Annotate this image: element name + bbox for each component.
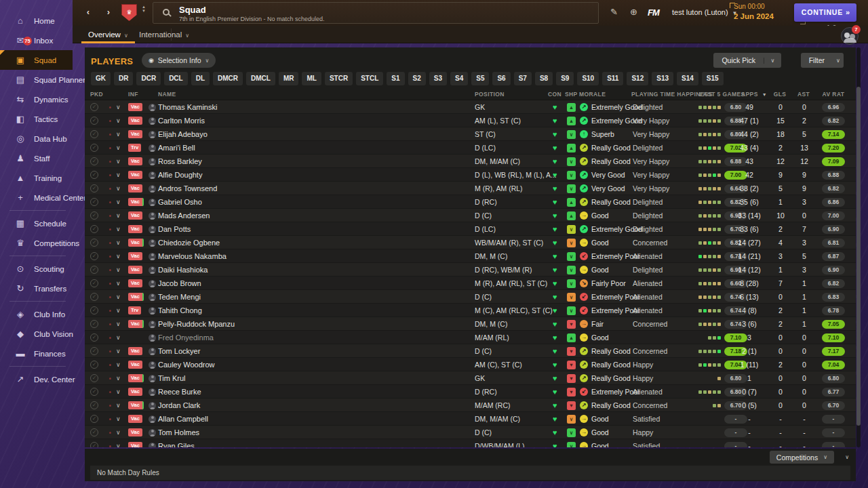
player-name[interactable]: Jordan Clark xyxy=(158,399,200,412)
table-row[interactable]: ✓∨VacAllan CampbellDM, M/AM (C)♥∨→GoodSa… xyxy=(85,412,856,426)
player-name[interactable]: Mads Andersen xyxy=(158,209,210,222)
column-header-con[interactable]: CON xyxy=(548,91,561,98)
column-header-morale[interactable]: MORALE xyxy=(579,91,606,98)
player-name[interactable]: Ross Barkley xyxy=(158,155,202,168)
column-header-inf[interactable]: INF xyxy=(128,91,138,98)
info-cell[interactable]: Vac xyxy=(128,317,144,331)
info-cell[interactable]: Vac xyxy=(128,439,142,447)
player-name[interactable]: Tom Lockyer xyxy=(158,344,200,358)
info-cell[interactable]: Vac xyxy=(128,100,142,114)
table-row[interactable]: ✓∨VacMarvelous NakambaDM, M (C)♥∨↙Extrem… xyxy=(85,249,856,263)
table-row[interactable]: ✓∨VacDan PottsD (LC)♥∨↗Extremely GoodDel… xyxy=(85,222,856,236)
table-row[interactable]: ✓∨VacJacob BrownM (R), AM (RL), ST (C)♥∨… xyxy=(85,277,856,290)
pkd-cell[interactable]: ✓ xyxy=(90,331,98,344)
row-expand-chevron-icon[interactable]: ∨ xyxy=(116,290,121,304)
pkd-cell[interactable]: ✓ xyxy=(90,168,98,182)
info-cell[interactable]: Vac xyxy=(128,344,142,358)
player-name[interactable]: Tom Holmes xyxy=(158,426,199,439)
position-filter-gk[interactable]: GK xyxy=(91,72,111,85)
position-filter-dcr[interactable]: DCR xyxy=(136,72,161,85)
edit-pencil-icon[interactable]: ✎ xyxy=(610,7,618,17)
pkd-cell[interactable]: ✓ xyxy=(90,317,98,331)
row-expand-chevron-icon[interactable]: ∨ xyxy=(116,100,121,114)
table-row[interactable]: ✓∨VacAlfie DoughtyD (L), WB (RL), M (L),… xyxy=(85,168,856,182)
row-expand-chevron-icon[interactable]: ∨ xyxy=(116,412,121,426)
info-cell[interactable]: Trv xyxy=(128,141,141,155)
player-name[interactable]: Daiki Hashioka xyxy=(158,263,208,277)
player-name[interactable]: Marvelous Nakamba xyxy=(158,249,226,263)
row-expand-chevron-icon[interactable]: ∨ xyxy=(116,209,121,222)
pkd-cell[interactable]: ✓ xyxy=(90,182,98,195)
sidebar-item-dev-center[interactable]: ↗Dev. Center xyxy=(0,369,73,389)
selection-info-dropdown[interactable]: ◉ Selection Info ∨ xyxy=(142,53,216,68)
column-header-last-5-games[interactable]: LAST 5 GAMES xyxy=(699,91,745,98)
table-row[interactable]: ✓∨VacRyan GilesD/WB/M/AM (L)♥∨→GoodSatis… xyxy=(85,439,856,447)
position-filter-s13[interactable]: S13 xyxy=(652,72,673,85)
sidebar-item-medical-center[interactable]: +Medical Center xyxy=(0,188,73,207)
info-cell[interactable]: Vac xyxy=(128,182,142,195)
title-search-box[interactable]: Squad 7th in English Premier Division - … xyxy=(153,2,599,24)
table-row[interactable]: ✓∨VacRoss BarkleyDM, M/AM (C)♥∨↗Really G… xyxy=(85,155,856,168)
player-name[interactable]: Alfie Doughty xyxy=(158,168,202,182)
forward-button[interactable]: › xyxy=(102,5,115,19)
position-filter-s15[interactable]: S15 xyxy=(702,72,724,85)
table-row[interactable]: ✓∨VacPelly-Ruddock MpanzuDM, M (C)♥▼→Fai… xyxy=(85,317,856,331)
back-button[interactable]: ‹ xyxy=(81,5,95,19)
position-filter-dmcl[interactable]: DMCL xyxy=(246,72,275,85)
pkd-cell[interactable]: ✓ xyxy=(90,426,98,439)
row-expand-chevron-icon[interactable]: ∨ xyxy=(116,317,121,331)
player-name[interactable]: Elijah Adebayo xyxy=(158,127,208,141)
sidebar-item-tactics[interactable]: ◧Tactics xyxy=(0,109,73,129)
pkd-cell[interactable]: ✓ xyxy=(90,412,98,426)
player-name[interactable]: Teden Mengi xyxy=(158,290,201,304)
pkd-cell[interactable]: ✓ xyxy=(90,114,98,127)
info-cell[interactable]: Vac xyxy=(128,263,142,277)
position-filter-s10[interactable]: S10 xyxy=(577,72,599,85)
sidebar-item-club-vision[interactable]: ◆Club Vision xyxy=(0,324,73,344)
pkd-cell[interactable]: ✓ xyxy=(90,141,98,155)
position-filter-dl[interactable]: DL xyxy=(191,72,210,85)
sidebar-item-data-hub[interactable]: ◎Data Hub xyxy=(0,129,73,148)
column-header-ast[interactable]: AST xyxy=(789,91,818,98)
player-name[interactable]: Jacob Brown xyxy=(158,277,201,290)
player-name[interactable]: Allan Campbell xyxy=(158,412,208,426)
row-expand-chevron-icon[interactable]: ∨ xyxy=(116,399,121,412)
info-cell[interactable]: Vac xyxy=(128,249,142,263)
pkd-cell[interactable]: ✓ xyxy=(90,439,98,447)
info-cell[interactable]: Vac xyxy=(128,290,144,304)
continue-button[interactable]: CONTINUE» xyxy=(794,3,856,22)
position-filter-dcl[interactable]: DCL xyxy=(164,72,188,85)
table-row[interactable]: ✓∨VacAndros TownsendM (R), AM (RL)♥∨↗Ver… xyxy=(85,182,856,195)
row-expand-chevron-icon[interactable]: ∨ xyxy=(116,358,121,371)
info-cell[interactable]: Vac xyxy=(128,399,144,412)
table-row[interactable]: ✓∨VacChiedozie OgbeneWB/M/AM (R), ST (C)… xyxy=(85,236,856,249)
column-header-shp[interactable]: SHP xyxy=(565,91,578,98)
table-row[interactable]: ✓∨VacMads AndersenD (C)♥▲→GoodDelighted6… xyxy=(85,209,856,222)
row-expand-chevron-icon[interactable]: ∨ xyxy=(116,426,121,439)
sidebar-item-scouting[interactable]: ⊙Scouting xyxy=(0,259,73,279)
world-icon[interactable]: ⊕ xyxy=(630,7,637,17)
player-name[interactable]: Gabriel Osho xyxy=(158,195,202,209)
player-name[interactable]: Cauley Woodrow xyxy=(158,358,215,371)
pkd-cell[interactable]: ✓ xyxy=(90,277,98,290)
filter-button[interactable]: Filter ∨ xyxy=(801,53,844,68)
position-filter-s7[interactable]: S7 xyxy=(514,72,532,85)
sidebar-item-competitions[interactable]: ♛Competitions xyxy=(0,233,73,253)
player-name[interactable]: Chiedozie Ogbene xyxy=(158,236,220,249)
info-cell[interactable]: Vac xyxy=(128,236,144,249)
row-expand-chevron-icon[interactable]: ∨ xyxy=(116,385,121,399)
position-filter-s11[interactable]: S11 xyxy=(602,72,623,85)
tab-overview[interactable]: Overview∨ xyxy=(88,26,128,43)
row-expand-chevron-icon[interactable]: ∨ xyxy=(116,141,121,155)
manager-select[interactable]: test luton (Luton)▼ xyxy=(672,8,737,16)
pkd-cell[interactable]: ✓ xyxy=(90,304,98,317)
player-name[interactable]: Amari'i Bell xyxy=(158,141,195,155)
sidebar-item-inbox[interactable]: ✉75Inbox xyxy=(0,30,73,50)
pkd-cell[interactable]: ✓ xyxy=(90,290,98,304)
info-cell[interactable]: Vac xyxy=(128,277,142,290)
info-cell[interactable]: Vac xyxy=(128,114,142,127)
position-filter-dmcr[interactable]: DMCR xyxy=(213,72,243,85)
info-cell[interactable]: Trv xyxy=(128,304,141,317)
column-header-position[interactable]: POSITION xyxy=(475,91,505,98)
player-name[interactable]: Fred Onyedinma xyxy=(158,331,214,344)
